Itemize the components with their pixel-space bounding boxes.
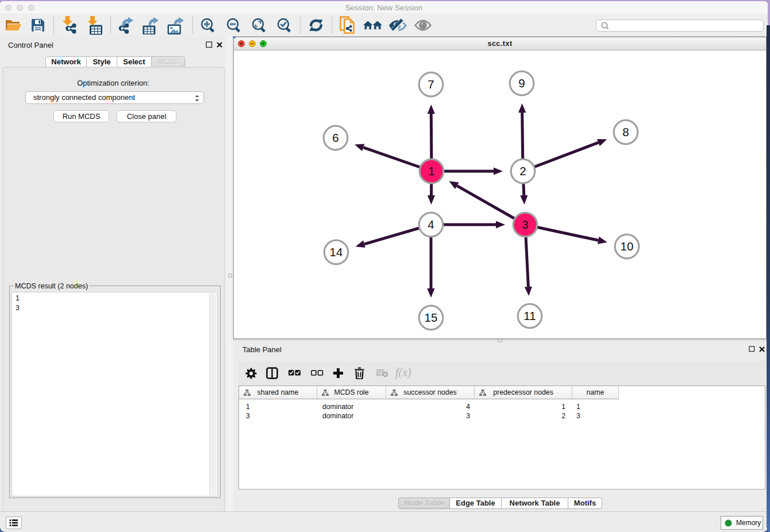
- svg-text:9: 9: [518, 76, 525, 90]
- svg-text:6: 6: [332, 131, 338, 144]
- svg-text:10: 10: [621, 240, 634, 253]
- svg-text:8: 8: [622, 125, 629, 138]
- svg-text:11: 11: [523, 309, 536, 322]
- svg-text:14: 14: [330, 245, 343, 259]
- svg-text:3: 3: [522, 218, 528, 231]
- svg-text:15: 15: [425, 311, 438, 324]
- svg-text:4: 4: [428, 218, 434, 231]
- svg-text:2: 2: [519, 164, 526, 178]
- svg-text:7: 7: [428, 78, 434, 91]
- svg-text:1: 1: [428, 164, 434, 178]
